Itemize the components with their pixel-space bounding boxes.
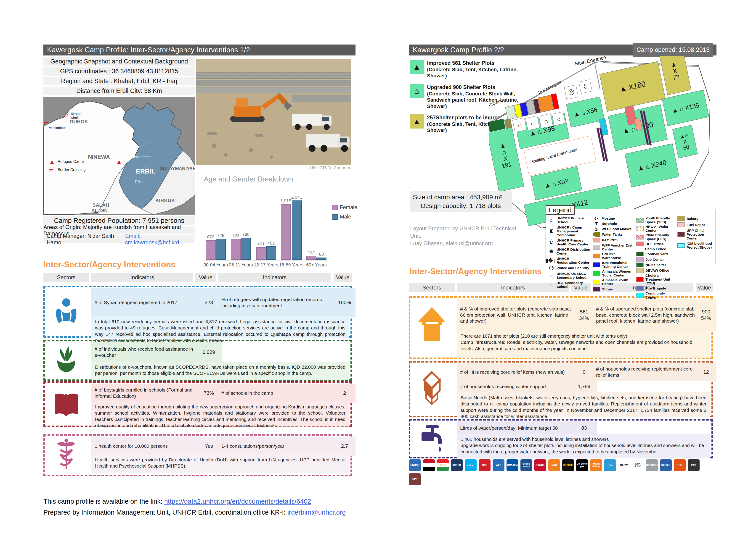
education-indicator-2: # of schools in the camp xyxy=(218,384,338,403)
border-crossing-label-1b: Khalil xyxy=(71,116,79,120)
legend-symbol: Ⓟ xyxy=(548,266,555,270)
health-indicator-1: 1 health center for 10,000 persons xyxy=(92,437,200,456)
legend-symbol xyxy=(593,232,600,237)
legend-item: ⓅPolice and Security xyxy=(548,266,591,270)
region-label-kirkuk: KIRKUK xyxy=(155,197,175,203)
partner-logo: DoH EJCC xyxy=(632,459,644,471)
page1-title-bar: Kawergosk Camp Profile: Inter-Sector/Age… xyxy=(43,44,356,56)
legend-item: Child Friendly Space (CFS) xyxy=(636,233,676,241)
legend-symbol xyxy=(593,238,600,242)
protection-value-2: 100% xyxy=(334,288,356,317)
camp-photo xyxy=(196,59,351,165)
legend-symbol xyxy=(636,218,644,223)
legend-item: ⌂UNHCR/ UNESCO Secondary School xyxy=(548,272,591,279)
camp-layout-map: ▲⌂X191▲ ⌂ X95▲ ⌂ X56▲ X180▲X77▲ ⌂ X135▲ … xyxy=(489,56,717,234)
design-capacity: Design capacity: 1,718 plots xyxy=(413,202,509,210)
profile-link[interactable]: https://data2.unhcr.org/en/documents/det… xyxy=(164,498,311,505)
partner-logo: ACTED xyxy=(451,459,463,471)
legend-column-2: ☪MosqueŦBorehole♨WFP Food MarketWater Ta… xyxy=(593,216,634,292)
border-crossing-icon-1: ⇄ xyxy=(64,113,68,118)
layout-credit: Layout Prepared by UNHCR Erbil Technical… xyxy=(410,225,524,247)
legend-symbol: ▮�❘ xyxy=(548,258,555,263)
legend-item: ⌂BCF Secondary School xyxy=(548,281,591,289)
legend-item: IOM Livelihood Project(Shops) xyxy=(677,242,714,249)
legend-item: Bakery xyxy=(677,216,714,221)
info-row: GPS coordinates : 36.3460809 43.8112815 xyxy=(43,67,195,76)
protection-indicator-2: % of refugees with updated registration … xyxy=(218,288,338,317)
partner-logo: IRAQ xyxy=(423,459,435,471)
protection-description: In total 610 new residency permits were … xyxy=(92,316,349,338)
legend-item: UPP Child Protection Center xyxy=(677,229,714,240)
shelter-value-2: 90054% xyxy=(696,299,716,332)
legend-symbol xyxy=(636,252,644,256)
manager-row: Camp Manager: Nizar Salih Hamo Email: cm… xyxy=(43,235,195,243)
legend-item: Shops xyxy=(593,287,634,292)
legend-symbol: Ŧ xyxy=(593,221,600,226)
legend-item: Football Yard xyxy=(636,252,676,256)
th-value-2: Value xyxy=(334,273,352,282)
info-row: Geographic Snapshot and Contextual Backg… xyxy=(43,57,195,66)
legend-title: Legend xyxy=(546,205,575,215)
basic-needs-indicator-2: # of households receiving replenishment … xyxy=(593,364,700,381)
geo-snapshot-rows: Geographic Snapshot and Contextual Backg… xyxy=(43,57,195,96)
legend-symbol xyxy=(636,286,644,291)
legend-item: Fuel Depot xyxy=(677,222,714,227)
legend-symbol xyxy=(593,287,600,292)
legend-symbol xyxy=(677,216,685,221)
th2-sectors: Sectors xyxy=(409,283,455,292)
legend-item: BCF Office xyxy=(636,242,676,246)
age-gender-chart: Age and Gender Breakdown 67672500-04 Yea… xyxy=(201,175,356,252)
basic-needs-indicator-3: # of households receiving winter support xyxy=(457,379,575,394)
border-crossing-icon-2: ⇄ xyxy=(44,120,48,126)
basic-needs-value-2: 12 xyxy=(696,364,716,381)
health-description: Health services were provided by Directo… xyxy=(92,454,349,473)
map-legend-box: Legend ⌂UNICEF Primary School♜UNHCR / Ca… xyxy=(546,209,716,264)
shelter-type-icon: ▲ xyxy=(410,114,424,129)
camp-manager: Camp Manager: Nizar Salih Hamo xyxy=(47,233,125,246)
shelter-type-icon: ⌂ xyxy=(410,84,424,98)
legend-symbol xyxy=(636,293,644,298)
education-indicator-1: # of boys/girls enrolled in schools (For… xyxy=(92,384,200,403)
refugee-camp-marker: ▲ xyxy=(116,158,122,165)
th2-value-2: Value xyxy=(696,283,713,292)
legend-item: Job Center xyxy=(636,257,676,262)
region-label-salah1: SALAH xyxy=(93,202,109,208)
footer-prepared-line: Prepared by Information Management Unit,… xyxy=(43,509,346,516)
legend-symbol xyxy=(593,271,600,276)
legend-item: Youth Friendly Space (YFS) xyxy=(636,216,676,224)
legend-item: ♜UNHCR / Camp Management Compound xyxy=(548,225,591,237)
manager-email-link[interactable]: Email: cm.kawrgosk@bcf.krd xyxy=(125,233,192,246)
border-crossing-label-2: Peshkabour xyxy=(47,126,66,130)
th-value-1: Value xyxy=(195,273,216,282)
map-legend-camp-icon: ▲ xyxy=(49,158,55,165)
partner-logo: Un ponte per xyxy=(576,459,588,471)
partner-logo: World Vision xyxy=(590,459,602,471)
legend-symbol xyxy=(677,243,685,248)
legend-symbol xyxy=(636,277,644,282)
health-value-2: 2.7 xyxy=(334,437,356,456)
svg-text:Entrance: Entrance xyxy=(489,97,505,108)
legend-symbol: ♜ xyxy=(548,229,555,233)
legend-item: ▮�❘UNHCR Registration Center xyxy=(548,257,591,265)
partner-logo: UPP xyxy=(409,473,421,485)
map-legend-border-icon: ⇄ xyxy=(49,167,53,173)
legend-symbol: ♨ xyxy=(593,227,600,231)
legend-column-1: ⌂UNICEF Primary School♜UNHCR / Camp Mana… xyxy=(548,216,591,289)
info-row: Distance from Erbil City: 38 Km xyxy=(43,87,195,95)
food-icon xyxy=(51,343,81,374)
legend-item: Camp Fence xyxy=(636,247,676,251)
camp-size-box: Size of camp area : 453,909 m² Design ca… xyxy=(410,191,512,212)
partner-logo: TdH xyxy=(674,459,686,471)
legend-item: PAO CFS xyxy=(593,238,634,242)
contact-email-link[interactable]: irqerbim@unhcr.org xyxy=(287,509,346,516)
info-row: Region and State : Khabat, Erbil. KR - I… xyxy=(43,77,195,86)
shelter-indicator-2: # & % of upgraded shelter plots (concret… xyxy=(593,299,700,332)
legend-item: ☪Mosque xyxy=(593,216,634,220)
map-legend-border-label: Border Crossing xyxy=(58,167,86,172)
chart-plot-area: 67672500-04 Years72476605-11 Years431462… xyxy=(204,188,328,261)
partner-logo: IOM•OIM xyxy=(506,459,518,471)
legend-symbol xyxy=(677,222,685,227)
food-value-1: 6,029 xyxy=(195,342,222,363)
legend-symbol xyxy=(636,249,643,249)
map-legend-camp-label: Refugee Camp xyxy=(58,159,84,164)
